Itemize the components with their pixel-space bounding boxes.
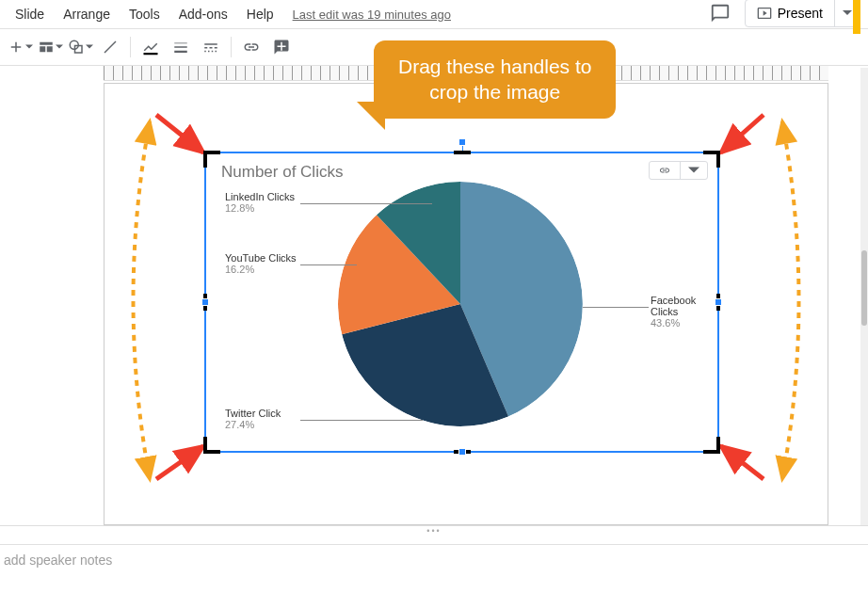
- present-label: Present: [778, 6, 823, 21]
- account-indicator[interactable]: [853, 0, 860, 34]
- svg-rect-2: [144, 53, 158, 55]
- dashed-arrow-right: [773, 112, 820, 489]
- canvas-area: Drag these handles to crop the image Num…: [0, 66, 868, 527]
- svg-rect-8: [210, 47, 213, 49]
- link-icon: [657, 165, 672, 176]
- insert-link-button[interactable]: [237, 33, 265, 61]
- chart-title: Number of Clicks: [221, 163, 343, 182]
- label-facebook: Facebook Clicks43.6%: [651, 295, 717, 329]
- last-edit-link[interactable]: Last edit was 19 minutes ago: [293, 8, 451, 22]
- line-button[interactable]: [96, 33, 124, 61]
- crop-selection-frame[interactable]: Number of Clicks LinkedIn Clicks12.8% Yo…: [204, 152, 719, 453]
- shape-button[interactable]: [66, 33, 94, 61]
- svg-rect-11: [208, 51, 210, 53]
- label-youtube: YouTube Clicks16.2%: [225, 252, 297, 275]
- menu-bar: Slide Arrange Tools Add-ons Help Last ed…: [0, 0, 868, 28]
- svg-rect-12: [212, 51, 214, 53]
- selection-handle-top[interactable]: [458, 138, 466, 146]
- menu-help[interactable]: Help: [239, 3, 281, 25]
- comment-icon: [710, 3, 731, 24]
- menu-tools[interactable]: Tools: [121, 3, 168, 25]
- pie-chart: [338, 182, 583, 426]
- svg-rect-13: [216, 51, 217, 53]
- notes-resize-handle[interactable]: [0, 525, 868, 535]
- crop-handle-bottom-right[interactable]: [703, 437, 720, 454]
- crop-handle-bottom-left[interactable]: [203, 437, 220, 454]
- label-twitter: Twitter Click27.4%: [225, 408, 281, 430]
- tutorial-callout: Drag these handles to crop the image: [374, 40, 616, 119]
- chart-controls: [649, 161, 708, 180]
- menu-slide[interactable]: Slide: [8, 3, 52, 25]
- chart-link-button[interactable]: [650, 162, 681, 179]
- chevron-down-icon: [688, 165, 699, 176]
- svg-rect-4: [174, 46, 187, 48]
- label-linkedin: LinkedIn Clicks12.8%: [225, 191, 295, 214]
- callout-line1: Drag these handles to: [398, 54, 591, 79]
- vertical-scrollbar[interactable]: [860, 68, 868, 525]
- selection-handle-bottom[interactable]: [458, 448, 466, 456]
- present-button-group: Present: [745, 0, 860, 27]
- border-weight-button[interactable]: [167, 33, 195, 61]
- crop-handle-top-left[interactable]: [203, 151, 220, 168]
- present-icon: [757, 6, 772, 21]
- svg-rect-3: [174, 43, 187, 44]
- crop-handle-top-right[interactable]: [703, 151, 720, 168]
- present-button[interactable]: Present: [746, 0, 834, 26]
- speaker-notes-panel: [0, 544, 868, 593]
- selection-handle-right[interactable]: [715, 298, 722, 306]
- svg-rect-9: [215, 47, 217, 49]
- svg-rect-6: [204, 43, 217, 45]
- svg-rect-10: [204, 51, 206, 53]
- menu-arrange[interactable]: Arrange: [56, 3, 118, 25]
- dashed-arrow-left: [112, 112, 159, 489]
- svg-rect-7: [204, 47, 207, 49]
- callout-line2: crop the image: [398, 79, 591, 104]
- speaker-notes-input[interactable]: [4, 553, 864, 568]
- insert-comment-button[interactable]: [267, 33, 296, 61]
- border-dash-button[interactable]: [197, 33, 225, 61]
- border-color-button[interactable]: [137, 33, 165, 61]
- new-slide-button[interactable]: [6, 33, 34, 61]
- selection-handle-left[interactable]: [201, 298, 209, 306]
- embedded-chart: Number of Clicks LinkedIn Clicks12.8% Yo…: [206, 153, 717, 451]
- svg-rect-5: [174, 51, 187, 53]
- menu-addons[interactable]: Add-ons: [171, 3, 235, 25]
- caret-down-icon: [843, 8, 852, 18]
- slide[interactable]: Drag these handles to crop the image Num…: [104, 83, 828, 525]
- crop-handle-top[interactable]: [454, 151, 471, 154]
- comments-button[interactable]: [705, 0, 735, 28]
- layout-button[interactable]: [36, 33, 64, 61]
